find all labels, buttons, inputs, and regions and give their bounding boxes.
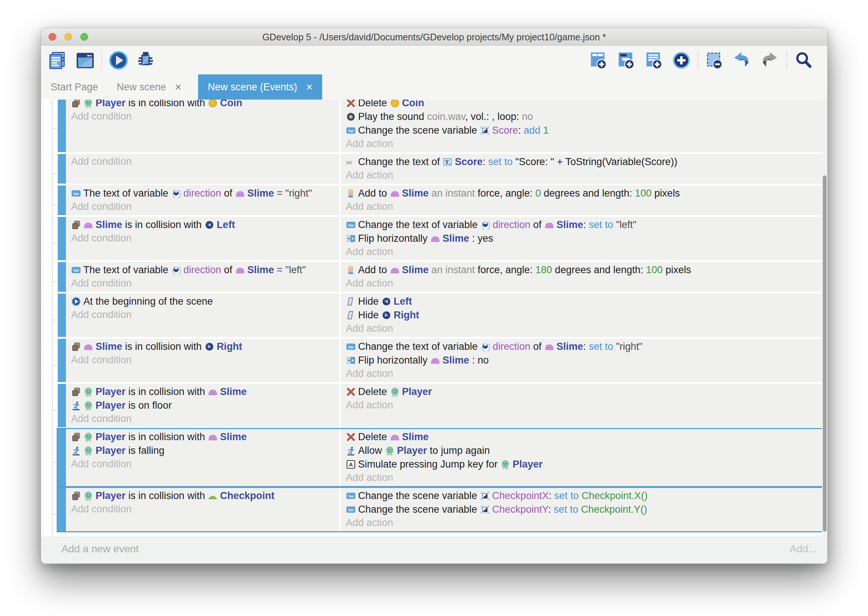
condition-line[interactable]: Player is in collision with Coin bbox=[71, 100, 337, 110]
condition-line[interactable]: Player is falling bbox=[71, 444, 337, 457]
event-row[interactable]: Player is in collision with SlimePlayer … bbox=[58, 429, 824, 486]
add-condition-button[interactable]: Add condition bbox=[71, 308, 337, 321]
scene-properties-button[interactable] bbox=[74, 50, 96, 71]
add-action-button[interactable]: Add action bbox=[346, 277, 821, 290]
tab-new-scene[interactable]: New scene × bbox=[107, 74, 191, 100]
condition-line[interactable]: Player is on floor bbox=[71, 399, 337, 412]
add-other-event-button[interactable] bbox=[671, 50, 692, 71]
player-icon bbox=[83, 432, 93, 442]
event-selection-bar[interactable] bbox=[58, 488, 66, 531]
add-action-button[interactable]: Add action bbox=[346, 367, 821, 380]
action-line[interactable]: ASimulate pressing Jump key for Player bbox=[346, 457, 821, 471]
conditions-column: At the beginning of the sceneAdd conditi… bbox=[66, 294, 341, 337]
title-bar: GDevelop 5 - /Users/david/Documents/GDev… bbox=[41, 28, 827, 46]
event-row[interactable]: Slime is in collision with RightAdd cond… bbox=[58, 339, 824, 382]
event-row[interactable]: At the beginning of the sceneAdd conditi… bbox=[58, 294, 824, 337]
event-selection-bar[interactable] bbox=[58, 217, 66, 260]
debug-icon bbox=[136, 51, 155, 70]
slime-icon bbox=[544, 220, 554, 230]
event-row[interactable]: Player is in collision with CheckpointAd… bbox=[58, 488, 824, 531]
action-line[interactable]: Flip horizontally Slime : yes bbox=[346, 232, 821, 245]
action-line[interactable]: Delete Slime bbox=[346, 430, 821, 444]
condition-line[interactable]: At the beginning of the scene bbox=[71, 295, 337, 308]
tab-close-icon[interactable]: × bbox=[175, 82, 182, 93]
event-body: Slime is in collision with RightAdd cond… bbox=[66, 339, 824, 382]
event-selection-bar[interactable] bbox=[58, 154, 66, 184]
action-line[interactable]: Add to Slime an instant force, angle: 18… bbox=[346, 263, 821, 277]
add-condition-button[interactable]: Add condition bbox=[71, 200, 337, 213]
event-selection-bar[interactable] bbox=[58, 339, 66, 382]
action-line[interactable]: Hide Right bbox=[346, 308, 821, 322]
undo-button[interactable] bbox=[731, 50, 752, 71]
condition-line[interactable]: Player is in collision with Slime bbox=[71, 385, 337, 399]
add-condition-button[interactable]: Add condition bbox=[71, 503, 337, 516]
add-action-button[interactable]: Add action bbox=[346, 322, 821, 335]
event-selection-bar[interactable] bbox=[58, 185, 66, 215]
add-condition-button[interactable]: Add condition bbox=[71, 277, 337, 290]
action-line[interactable]: Allow Player to jump again bbox=[346, 444, 821, 457]
add-action-button[interactable]: Add action bbox=[346, 200, 821, 213]
action-line[interactable]: VarChange the scene variable CheckpointY… bbox=[346, 503, 821, 516]
event-row[interactable]: Add conditiontxtChange the text of TxSco… bbox=[58, 154, 824, 184]
action-line[interactable]: Play the sound coin.wav, vol.: , loop: n… bbox=[346, 110, 821, 124]
event-selection-bar[interactable] bbox=[58, 294, 66, 337]
event-selection-bar[interactable] bbox=[58, 429, 66, 486]
add-comment-button[interactable] bbox=[643, 50, 664, 71]
add-condition-button[interactable]: Add condition bbox=[71, 412, 337, 425]
event-selection-bar[interactable] bbox=[58, 384, 66, 427]
text-segment: : bbox=[583, 219, 589, 230]
add-event-button[interactable] bbox=[587, 50, 609, 71]
add-action-button[interactable]: Add action bbox=[346, 516, 821, 530]
action-line[interactable]: Delete Coin bbox=[346, 100, 821, 110]
action-line[interactable]: VarChange the scene variable Score: add … bbox=[346, 124, 821, 137]
condition-line[interactable]: Player is in collision with Slime bbox=[71, 430, 337, 444]
action-line[interactable]: Delete Player bbox=[346, 385, 821, 399]
add-new-event-button[interactable]: Add a new event bbox=[61, 543, 139, 555]
text-segment: : bbox=[549, 490, 554, 501]
add-action-button[interactable]: Add action bbox=[346, 137, 821, 150]
condition-line[interactable]: Slime is in collision with Right bbox=[71, 340, 337, 354]
tab-start-page[interactable]: Start Page bbox=[41, 74, 108, 100]
event-row[interactable]: Player is in collision with CoinAdd cond… bbox=[58, 100, 824, 152]
action-line[interactable]: Hide Left bbox=[346, 295, 821, 308]
action-line[interactable]: Add to Slime an instant force, angle: 0 … bbox=[346, 187, 821, 200]
event-row[interactable]: Slime is in collision with LeftAdd condi… bbox=[58, 217, 824, 260]
event-selection-bar[interactable] bbox=[58, 100, 66, 152]
event-selection-bar[interactable] bbox=[58, 262, 66, 292]
events-sheet: Player is in collision with CoinAdd cond… bbox=[41, 100, 827, 536]
condition-line[interactable]: Slime is in collision with Left bbox=[71, 218, 337, 232]
text-segment: Left bbox=[394, 296, 412, 307]
add-action-button[interactable]: Add action bbox=[346, 245, 821, 258]
add-condition-button[interactable]: Add condition bbox=[71, 155, 337, 168]
redo-button[interactable] bbox=[759, 50, 780, 71]
action-line[interactable]: VarChange the text of variable {}directi… bbox=[346, 340, 821, 354]
debug-button[interactable] bbox=[135, 50, 156, 71]
search-button[interactable] bbox=[793, 50, 814, 71]
add-action-button[interactable]: Add action bbox=[346, 471, 821, 484]
add-condition-button[interactable]: Add condition bbox=[71, 232, 337, 245]
action-line[interactable]: Flip horizontally Slime : no bbox=[346, 354, 821, 367]
add-condition-button[interactable]: Add condition bbox=[71, 110, 337, 123]
add-condition-button[interactable]: Add condition bbox=[71, 457, 337, 470]
project-manager-button[interactable] bbox=[47, 50, 68, 71]
add-condition-button[interactable]: Add condition bbox=[71, 354, 337, 366]
condition-line[interactable]: VarThe text of variable {}direction of S… bbox=[71, 263, 337, 277]
scrollbar-thumb[interactable] bbox=[823, 176, 827, 531]
play-button[interactable] bbox=[108, 50, 129, 71]
tab-new-scene-events[interactable]: New scene (Events) × bbox=[198, 74, 322, 100]
add-more-button[interactable]: Add... bbox=[790, 543, 817, 555]
add-action-button[interactable]: Add action bbox=[346, 169, 821, 182]
add-subevent-button[interactable] bbox=[615, 50, 636, 71]
action-line[interactable]: VarChange the text of variable {}directi… bbox=[346, 218, 821, 232]
event-row[interactable]: VarThe text of variable {}direction of S… bbox=[58, 185, 824, 215]
condition-line[interactable]: VarThe text of variable {}direction of S… bbox=[71, 187, 337, 200]
action-line[interactable]: VarChange the scene variable CheckpointX… bbox=[346, 489, 821, 503]
event-row[interactable]: VarThe text of variable {}direction of S… bbox=[58, 262, 824, 292]
add-action-button[interactable]: Add action bbox=[346, 399, 821, 412]
remove-event-button[interactable] bbox=[703, 50, 724, 71]
tab-close-icon[interactable]: × bbox=[306, 82, 313, 93]
event-row[interactable]: Player is in collision with SlimePlayer … bbox=[58, 384, 824, 427]
player-icon bbox=[385, 446, 395, 456]
condition-line[interactable]: Player is in collision with Checkpoint bbox=[71, 489, 337, 503]
action-line[interactable]: txtChange the text of TxScore: set to "S… bbox=[346, 155, 821, 169]
